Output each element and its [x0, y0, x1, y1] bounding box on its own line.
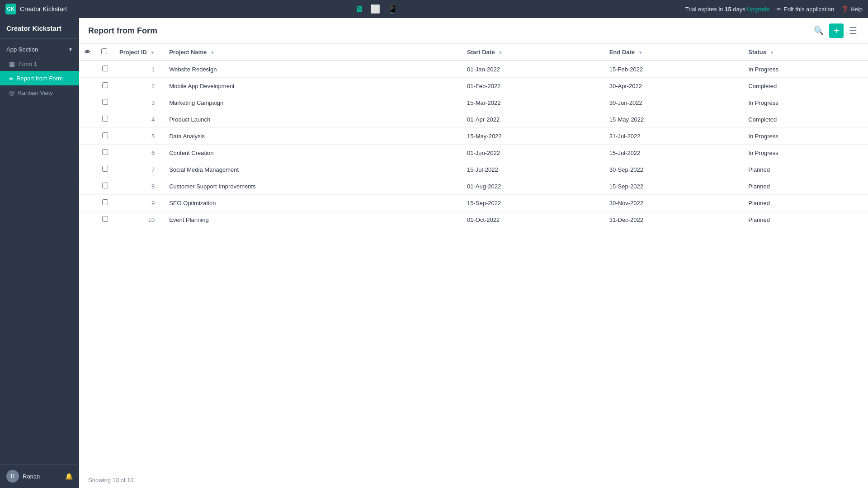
- sidebar-section: App Section ▼ ▦ Form 1 ≡ Report from For…: [0, 39, 79, 103]
- row-status: Planned: [743, 195, 868, 211]
- row-checkbox[interactable]: [102, 132, 108, 138]
- sidebar-item-kanban-label: Kanban View: [18, 89, 52, 96]
- row-visibility: [79, 61, 96, 78]
- row-end-date: 15-Sep-2022: [604, 178, 743, 195]
- more-options-button[interactable]: ☰: [847, 23, 859, 38]
- sidebar: Creator Kickstart App Section ▼ ▦ Form 1…: [0, 18, 79, 488]
- row-status: Planned: [743, 161, 868, 178]
- table-row: 8 Customer Support Improvements 01-Aug-2…: [79, 178, 868, 195]
- row-checkbox[interactable]: [102, 99, 108, 105]
- trial-text: Trial expires in 15 days Upgrade: [685, 6, 770, 13]
- table-row: 2 Mobile App Development 01-Feb-2022 30-…: [79, 78, 868, 94]
- row-end-date: 15-Feb-2022: [604, 61, 743, 78]
- app-logo: CK: [5, 4, 16, 14]
- sidebar-app-title: Creator Kickstart: [0, 18, 79, 39]
- row-project-name: Social Media Management: [164, 161, 462, 178]
- row-checkbox[interactable]: [102, 149, 108, 155]
- upgrade-link[interactable]: Upgrade: [747, 6, 769, 13]
- row-project-id: 9: [114, 195, 164, 211]
- row-status: Completed: [743, 78, 868, 94]
- row-checkbox[interactable]: [102, 82, 108, 88]
- page-title: Report from Form: [88, 26, 157, 36]
- row-end-date: 31-Dec-2022: [604, 211, 743, 228]
- row-project-id: 8: [114, 178, 164, 195]
- row-project-id: 5: [114, 128, 164, 145]
- kanban-icon: ◎: [9, 89, 14, 96]
- row-project-name: Customer Support Improvements: [164, 178, 462, 195]
- row-checkbox-cell: [96, 178, 114, 195]
- row-start-date: 01-Aug-2022: [462, 178, 604, 195]
- col-header-end-date[interactable]: End Date ▼: [604, 44, 743, 61]
- row-start-date: 15-Mar-2022: [462, 94, 604, 111]
- row-checkbox-cell: [96, 145, 114, 161]
- table-row: 7 Social Media Management 15-Jul-2022 30…: [79, 161, 868, 178]
- row-project-name: Mobile App Development: [164, 78, 462, 94]
- help-button[interactable]: ❓ Help: [841, 6, 863, 13]
- sidebar-item-form1[interactable]: ▦ Form 1: [0, 56, 79, 71]
- table-footer: Showing 10 of 10: [79, 472, 868, 488]
- row-project-name: Event Planning: [164, 211, 462, 228]
- desktop-icon[interactable]: 🖥: [355, 5, 363, 14]
- select-all-checkbox[interactable]: [101, 48, 107, 54]
- sort-icon-status: ▼: [770, 50, 774, 55]
- content-area: Report from Form 🔍 + ☰ 👁 Project ID ▼: [79, 18, 868, 488]
- row-end-date: 15-May-2022: [604, 111, 743, 128]
- row-project-name: Content Creation: [164, 145, 462, 161]
- row-checkbox[interactable]: [102, 216, 108, 222]
- col-header-visibility: 👁: [79, 44, 96, 61]
- sidebar-section-app[interactable]: App Section ▼: [0, 42, 79, 56]
- col-header-start-date[interactable]: Start Date ▼: [462, 44, 604, 61]
- row-checkbox-cell: [96, 94, 114, 111]
- sidebar-section-label: App Section: [6, 46, 38, 53]
- row-visibility: [79, 78, 96, 94]
- row-start-date: 15-May-2022: [462, 128, 604, 145]
- edit-app-button[interactable]: ✏ Edit this application: [777, 6, 834, 13]
- sidebar-item-kanban[interactable]: ◎ Kanban View: [0, 85, 79, 100]
- topbar: CK Creator Kickstart 🖥 ⬜ 📱 Trial expires…: [0, 0, 868, 18]
- row-checkbox[interactable]: [102, 166, 108, 172]
- row-visibility: [79, 145, 96, 161]
- table-row: 6 Content Creation 01-Jun-2022 15-Jul-20…: [79, 145, 868, 161]
- row-visibility: [79, 161, 96, 178]
- row-checkbox[interactable]: [102, 66, 108, 71]
- sidebar-user: R Ronan: [6, 470, 40, 483]
- row-end-date: 30-Nov-2022: [604, 195, 743, 211]
- tablet-icon[interactable]: ⬜: [370, 4, 380, 14]
- col-header-project-id[interactable]: Project ID ▼: [114, 44, 164, 61]
- sidebar-footer: R Ronan 🔔: [0, 464, 79, 488]
- sort-icon-name: ▼: [210, 50, 215, 55]
- search-button[interactable]: 🔍: [812, 24, 826, 38]
- row-visibility: [79, 211, 96, 228]
- row-visibility: [79, 195, 96, 211]
- row-start-date: 01-Jun-2022: [462, 145, 604, 161]
- row-checkbox-cell: [96, 61, 114, 78]
- col-header-status[interactable]: Status ▼: [743, 44, 868, 61]
- form-icon: ▦: [9, 60, 15, 67]
- table-body: 1 Website Redesign 01-Jan-2022 15-Feb-20…: [79, 61, 868, 228]
- row-status: Completed: [743, 111, 868, 128]
- row-start-date: 01-Jan-2022: [462, 61, 604, 78]
- table-row: 9 SEO Optimization 15-Sep-2022 30-Nov-20…: [79, 195, 868, 211]
- row-checkbox[interactable]: [102, 199, 108, 205]
- col-header-project-name[interactable]: Project Name ▼: [164, 44, 462, 61]
- add-record-button[interactable]: +: [829, 23, 844, 38]
- row-start-date: 01-Oct-2022: [462, 211, 604, 228]
- record-count: Showing 10 of 10: [88, 477, 133, 483]
- avatar: R: [6, 470, 19, 483]
- topbar-left: CK Creator Kickstart: [5, 4, 67, 14]
- mobile-icon[interactable]: 📱: [387, 4, 397, 14]
- row-end-date: 30-Apr-2022: [604, 78, 743, 94]
- row-visibility: [79, 111, 96, 128]
- row-start-date: 15-Jul-2022: [462, 161, 604, 178]
- row-checkbox[interactable]: [102, 116, 108, 122]
- notification-bell-icon[interactable]: 🔔: [65, 473, 73, 480]
- sidebar-item-report[interactable]: ≡ Report from Form: [0, 71, 79, 85]
- row-checkbox-cell: [96, 195, 114, 211]
- row-status: In Progress: [743, 145, 868, 161]
- row-checkbox-cell: [96, 161, 114, 178]
- row-checkbox[interactable]: [102, 183, 108, 188]
- row-project-id: 6: [114, 145, 164, 161]
- row-project-id: 3: [114, 94, 164, 111]
- sidebar-item-form1-label: Form 1: [19, 61, 37, 67]
- table-row: 5 Data Analysis 15-May-2022 31-Jul-2022 …: [79, 128, 868, 145]
